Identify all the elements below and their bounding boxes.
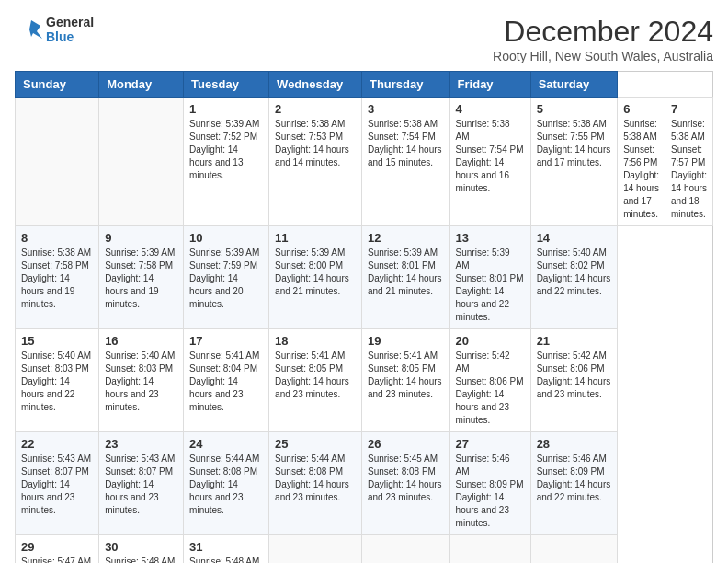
day-info: Sunrise: 5:46 AMSunset: 8:09 PMDaylight:… bbox=[456, 453, 525, 530]
day-header-wednesday: Wednesday bbox=[269, 72, 362, 98]
day-number: 4 bbox=[456, 102, 525, 116]
day-number: 3 bbox=[368, 102, 444, 116]
day-number: 9 bbox=[105, 231, 177, 245]
day-number: 12 bbox=[368, 231, 444, 245]
location: Rooty Hill, New South Wales, Australia bbox=[493, 49, 713, 63]
day-info: Sunrise: 5:42 AMSunset: 8:06 PMDaylight:… bbox=[537, 350, 612, 401]
calendar-cell: 19Sunrise: 5:41 AMSunset: 8:05 PMDayligh… bbox=[361, 329, 449, 432]
calendar-cell: 22Sunrise: 5:43 AMSunset: 8:07 PMDayligh… bbox=[16, 432, 99, 535]
day-number: 1 bbox=[189, 102, 263, 116]
calendar-cell: 9Sunrise: 5:39 AMSunset: 7:58 PMDaylight… bbox=[99, 226, 184, 329]
day-number: 31 bbox=[189, 540, 263, 554]
day-number: 14 bbox=[537, 231, 612, 245]
day-info: Sunrise: 5:41 AMSunset: 8:05 PMDaylight:… bbox=[275, 350, 356, 401]
day-number: 26 bbox=[368, 437, 444, 451]
page-header: General Blue December 2024 Rooty Hill, N… bbox=[15, 15, 713, 63]
day-info: Sunrise: 5:43 AMSunset: 8:07 PMDaylight:… bbox=[21, 453, 93, 517]
day-info: Sunrise: 5:39 AMSunset: 8:01 PMDaylight:… bbox=[368, 247, 444, 298]
calendar-cell: 1Sunrise: 5:39 AMSunset: 7:52 PMDaylight… bbox=[184, 98, 269, 226]
day-header-friday: Friday bbox=[449, 72, 530, 98]
title-section: December 2024 Rooty Hill, New South Wale… bbox=[493, 15, 713, 63]
empty-cell bbox=[99, 98, 184, 226]
day-header-saturday: Saturday bbox=[530, 72, 618, 98]
day-number: 27 bbox=[456, 437, 525, 451]
day-info: Sunrise: 5:40 AMSunset: 8:03 PMDaylight:… bbox=[21, 350, 93, 414]
day-header-thursday: Thursday bbox=[361, 72, 449, 98]
day-info: Sunrise: 5:48 AMSunset: 8:10 PMDaylight:… bbox=[105, 556, 177, 563]
calendar-cell: 8Sunrise: 5:38 AMSunset: 7:58 PMDaylight… bbox=[16, 226, 99, 329]
calendar-cell: 4Sunrise: 5:38 AMSunset: 7:54 PMDaylight… bbox=[449, 98, 530, 226]
calendar-table: SundayMondayTuesdayWednesdayThursdayFrid… bbox=[15, 71, 713, 563]
calendar-cell bbox=[449, 535, 530, 564]
calendar-cell: 6Sunrise: 5:38 AMSunset: 7:56 PMDaylight… bbox=[618, 98, 665, 226]
day-number: 11 bbox=[275, 231, 356, 245]
day-info: Sunrise: 5:38 AMSunset: 7:54 PMDaylight:… bbox=[368, 118, 444, 169]
day-info: Sunrise: 5:44 AMSunset: 8:08 PMDaylight:… bbox=[189, 453, 263, 517]
calendar-cell: 12Sunrise: 5:39 AMSunset: 8:01 PMDayligh… bbox=[361, 226, 449, 329]
day-number: 29 bbox=[21, 540, 93, 554]
day-info: Sunrise: 5:38 AMSunset: 7:58 PMDaylight:… bbox=[21, 247, 93, 311]
logo-line2: Blue bbox=[46, 29, 94, 44]
calendar-cell bbox=[269, 535, 362, 564]
day-info: Sunrise: 5:39 AMSunset: 8:00 PMDaylight:… bbox=[275, 247, 356, 298]
logo: General Blue bbox=[15, 15, 94, 44]
day-info: Sunrise: 5:40 AMSunset: 8:03 PMDaylight:… bbox=[105, 350, 177, 414]
day-number: 24 bbox=[189, 437, 263, 451]
calendar-cell: 5Sunrise: 5:38 AMSunset: 7:55 PMDaylight… bbox=[530, 98, 618, 226]
calendar-cell: 26Sunrise: 5:45 AMSunset: 8:08 PMDayligh… bbox=[361, 432, 449, 535]
day-info: Sunrise: 5:46 AMSunset: 8:09 PMDaylight:… bbox=[537, 453, 612, 504]
calendar-cell: 28Sunrise: 5:46 AMSunset: 8:09 PMDayligh… bbox=[530, 432, 618, 535]
calendar-cell: 13Sunrise: 5:39 AMSunset: 8:01 PMDayligh… bbox=[449, 226, 530, 329]
day-header-sunday: Sunday bbox=[16, 72, 99, 98]
calendar-cell: 10Sunrise: 5:39 AMSunset: 7:59 PMDayligh… bbox=[184, 226, 269, 329]
day-number: 2 bbox=[275, 102, 356, 116]
day-number: 7 bbox=[671, 102, 707, 116]
calendar-cell: 17Sunrise: 5:41 AMSunset: 8:04 PMDayligh… bbox=[184, 329, 269, 432]
day-number: 20 bbox=[456, 334, 525, 348]
day-info: Sunrise: 5:38 AMSunset: 7:54 PMDaylight:… bbox=[456, 118, 525, 195]
day-number: 6 bbox=[623, 102, 659, 116]
calendar-cell: 23Sunrise: 5:43 AMSunset: 8:07 PMDayligh… bbox=[99, 432, 184, 535]
day-info: Sunrise: 5:39 AMSunset: 7:58 PMDaylight:… bbox=[105, 247, 177, 311]
day-number: 22 bbox=[21, 437, 93, 451]
day-info: Sunrise: 5:39 AMSunset: 8:01 PMDaylight:… bbox=[456, 247, 525, 324]
day-number: 17 bbox=[189, 334, 263, 348]
calendar-cell: 14Sunrise: 5:40 AMSunset: 8:02 PMDayligh… bbox=[530, 226, 618, 329]
day-info: Sunrise: 5:38 AMSunset: 7:53 PMDaylight:… bbox=[275, 118, 356, 169]
calendar-cell: 21Sunrise: 5:42 AMSunset: 8:06 PMDayligh… bbox=[530, 329, 618, 432]
calendar-cell: 24Sunrise: 5:44 AMSunset: 8:08 PMDayligh… bbox=[184, 432, 269, 535]
day-info: Sunrise: 5:38 AMSunset: 7:56 PMDaylight:… bbox=[623, 118, 659, 221]
calendar-cell: 31Sunrise: 5:48 AMSunset: 8:10 PMDayligh… bbox=[184, 535, 269, 564]
day-info: Sunrise: 5:45 AMSunset: 8:08 PMDaylight:… bbox=[368, 453, 444, 504]
calendar-cell: 7Sunrise: 5:38 AMSunset: 7:57 PMDaylight… bbox=[665, 98, 713, 226]
day-info: Sunrise: 5:41 AMSunset: 8:04 PMDaylight:… bbox=[189, 350, 263, 414]
calendar-cell bbox=[361, 535, 449, 564]
empty-cell bbox=[16, 98, 99, 226]
calendar-cell: 15Sunrise: 5:40 AMSunset: 8:03 PMDayligh… bbox=[16, 329, 99, 432]
day-number: 18 bbox=[275, 334, 356, 348]
calendar-cell: 16Sunrise: 5:40 AMSunset: 8:03 PMDayligh… bbox=[99, 329, 184, 432]
day-number: 16 bbox=[105, 334, 177, 348]
day-info: Sunrise: 5:42 AMSunset: 8:06 PMDaylight:… bbox=[456, 350, 525, 427]
day-number: 23 bbox=[105, 437, 177, 451]
day-header-monday: Monday bbox=[99, 72, 184, 98]
day-number: 25 bbox=[275, 437, 356, 451]
day-number: 13 bbox=[456, 231, 525, 245]
calendar-cell: 2Sunrise: 5:38 AMSunset: 7:53 PMDaylight… bbox=[269, 98, 362, 226]
calendar-cell: 27Sunrise: 5:46 AMSunset: 8:09 PMDayligh… bbox=[449, 432, 530, 535]
day-info: Sunrise: 5:43 AMSunset: 8:07 PMDaylight:… bbox=[105, 453, 177, 517]
logo-line1: General bbox=[46, 15, 94, 29]
logo-bird-icon bbox=[15, 15, 44, 44]
day-info: Sunrise: 5:44 AMSunset: 8:08 PMDaylight:… bbox=[275, 453, 356, 504]
day-info: Sunrise: 5:47 AMSunset: 8:09 PMDaylight:… bbox=[21, 556, 93, 563]
calendar-cell: 3Sunrise: 5:38 AMSunset: 7:54 PMDaylight… bbox=[361, 98, 449, 226]
calendar-cell: 18Sunrise: 5:41 AMSunset: 8:05 PMDayligh… bbox=[269, 329, 362, 432]
calendar-cell: 25Sunrise: 5:44 AMSunset: 8:08 PMDayligh… bbox=[269, 432, 362, 535]
day-number: 28 bbox=[537, 437, 612, 451]
calendar-cell: 30Sunrise: 5:48 AMSunset: 8:10 PMDayligh… bbox=[99, 535, 184, 564]
day-info: Sunrise: 5:38 AMSunset: 7:57 PMDaylight:… bbox=[671, 118, 707, 221]
day-number: 8 bbox=[21, 231, 93, 245]
day-header-tuesday: Tuesday bbox=[184, 72, 269, 98]
day-info: Sunrise: 5:48 AMSunset: 8:10 PMDaylight:… bbox=[189, 556, 263, 563]
month-title: December 2024 bbox=[493, 15, 713, 49]
